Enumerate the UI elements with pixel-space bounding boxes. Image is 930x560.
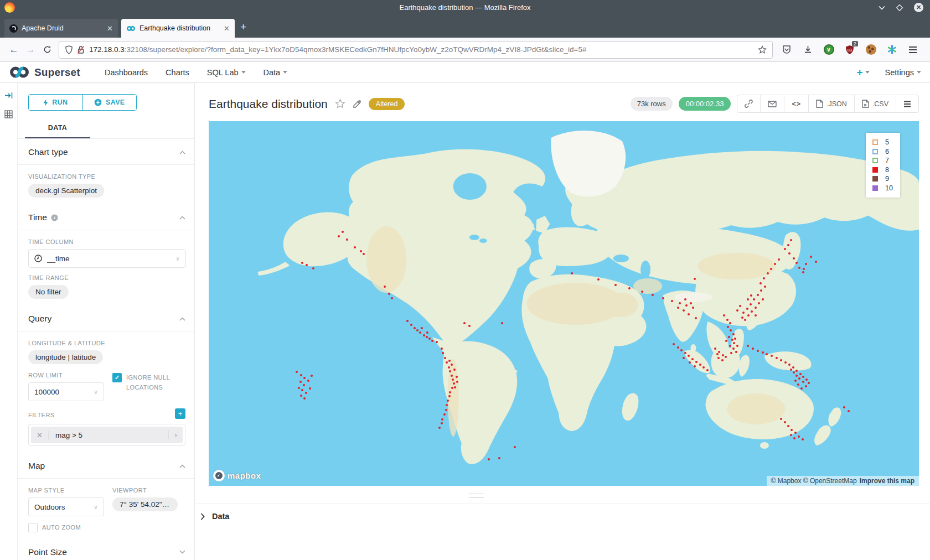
pocket-icon[interactable] xyxy=(781,44,793,56)
embed-code-button[interactable]: <> xyxy=(784,95,808,112)
favorite-star-icon[interactable] xyxy=(335,98,345,109)
export-json-button[interactable]: .JSON xyxy=(808,95,854,112)
nav-item-sql-lab[interactable]: SQL Lab xyxy=(207,68,246,77)
panel-resize-handle[interactable] xyxy=(469,494,484,498)
data-panel-collapsed[interactable]: Data xyxy=(195,504,930,521)
visualization-type-value[interactable]: deck.gl Scatterplot xyxy=(28,184,104,198)
nav-item-data[interactable]: Data xyxy=(264,68,288,77)
legend-item[interactable]: 7 xyxy=(872,156,893,165)
extension-asterisk-icon[interactable] xyxy=(886,44,898,56)
time-range-value[interactable]: No filter xyxy=(28,285,69,299)
bookmark-star-icon[interactable] xyxy=(758,45,767,54)
lonlat-value[interactable]: longitude | latitude xyxy=(28,350,103,364)
cookie-icon[interactable] xyxy=(865,44,877,56)
file-csv-icon xyxy=(862,100,869,108)
filter-value: mag > 5 xyxy=(49,431,168,439)
legend-item[interactable]: 10 xyxy=(872,184,893,193)
row-limit-label: ROW LIMIT xyxy=(28,372,112,378)
section-chart-type[interactable]: Chart type xyxy=(28,139,185,164)
edit-properties-icon[interactable] xyxy=(353,100,361,108)
tab-bar: Apache Druid ✕ Earthquake distribution ✕… xyxy=(0,15,930,38)
auto-zoom-checkbox[interactable] xyxy=(28,523,38,532)
map-legend-items: 5678910 xyxy=(872,138,893,193)
new-tab-button[interactable]: + xyxy=(240,21,246,33)
mapbox-logo-icon xyxy=(213,470,225,481)
window-maximize-icon[interactable] xyxy=(896,4,903,11)
chart-container: Earthquake distribution Altered 73k rows… xyxy=(195,83,930,560)
menu-hamburger-icon[interactable] xyxy=(907,44,919,56)
attribution-text: © Mapbox © OpenStreetMap xyxy=(771,477,857,485)
shield-permissions-icon[interactable] xyxy=(65,45,73,54)
ublock-badge: 2 xyxy=(852,41,858,46)
chevron-down-icon: ∨ xyxy=(94,388,98,396)
section-query[interactable]: Query xyxy=(28,305,185,331)
chevron-down-icon xyxy=(283,71,287,74)
legend-item[interactable]: 9 xyxy=(872,174,893,184)
mapbox-logo[interactable]: mapbox xyxy=(213,470,261,481)
tab-apache-druid[interactable]: Apache Druid ✕ xyxy=(4,19,118,38)
legend-item[interactable]: 6 xyxy=(872,147,893,157)
url-bar[interactable]: 172.18.0.3:32108/superset/explore/?form_… xyxy=(59,41,773,59)
add-filter-button[interactable]: + xyxy=(175,408,185,419)
ignore-null-checkbox[interactable]: ✓ xyxy=(112,373,122,382)
back-button[interactable]: ← xyxy=(6,42,22,58)
auto-zoom-label: AUTO ZOOM xyxy=(42,523,81,533)
remove-filter-icon[interactable]: ✕ xyxy=(31,431,49,439)
map-style-label: MAP STYLE xyxy=(28,487,112,494)
chevron-up-icon xyxy=(179,317,185,321)
add-new-button[interactable]: + xyxy=(856,66,869,79)
run-button[interactable]: RUN xyxy=(29,95,82,110)
tab-close-icon[interactable]: ✕ xyxy=(224,24,230,33)
url-text: 172.18.0.3:32108/superset/explore/?form_… xyxy=(89,45,758,54)
export-csv-button[interactable]: .CSV xyxy=(854,95,896,112)
window-close-icon[interactable]: ✕ xyxy=(914,3,923,12)
chevron-right-icon[interactable]: › xyxy=(168,431,183,439)
viewport-label: VIEWPORT xyxy=(112,487,178,494)
save-button[interactable]: SAVE xyxy=(82,95,137,110)
nav-item-dashboards[interactable]: Dashboards xyxy=(105,68,148,77)
settings-menu[interactable]: Settings xyxy=(885,68,921,77)
lock-insecure-icon[interactable] xyxy=(77,45,85,54)
lonlat-label: LONGITUDE & LATITUDE xyxy=(28,340,185,346)
chart-menu-button[interactable] xyxy=(896,95,918,112)
section-map[interactable]: Map xyxy=(28,453,185,478)
clock-icon xyxy=(34,255,42,262)
expand-panel-icon[interactable] xyxy=(4,92,13,99)
improve-map-link[interactable]: Improve this map xyxy=(860,477,914,485)
dataset-grid-icon[interactable] xyxy=(4,110,13,118)
section-time[interactable]: Time i xyxy=(28,204,185,230)
ignore-null-label: IGNORE NULL LOCATIONS xyxy=(126,373,176,392)
window-title: Earthquake distribution — Mozilla Firefo… xyxy=(400,3,531,12)
copy-link-button[interactable] xyxy=(737,95,760,112)
time-column-label: TIME COLUMN xyxy=(28,238,185,245)
tab-data[interactable]: DATA xyxy=(25,118,90,138)
superset-logo[interactable]: Superset xyxy=(9,66,80,79)
map-style-select[interactable]: Outdoors ∨ xyxy=(28,497,104,516)
window-minimize-icon[interactable] xyxy=(879,6,885,10)
download-icon[interactable] xyxy=(802,44,814,56)
reload-button[interactable] xyxy=(39,42,55,58)
visualization-type-label: VISUALIZATION TYPE xyxy=(28,173,185,180)
plus-circle-icon xyxy=(94,98,102,106)
tab-earthquake-distribution[interactable]: Earthquake distribution ✕ xyxy=(121,19,235,38)
legend-item[interactable]: 8 xyxy=(872,165,893,175)
tab-close-icon[interactable]: ✕ xyxy=(107,24,113,33)
deckgl-map[interactable]: 5678910 mapbox © Mapbox © OpenStreetMap … xyxy=(209,121,919,486)
ublock-origin-icon[interactable]: uB 2 xyxy=(844,44,856,56)
toolbar-extensions: ∨ uB 2 xyxy=(778,44,924,56)
filter-item[interactable]: ✕ mag > 5 › xyxy=(31,427,183,443)
nav-item-charts[interactable]: Charts xyxy=(166,68,189,77)
forward-button[interactable]: → xyxy=(22,42,39,58)
chevron-down-icon: ∨ xyxy=(94,504,98,511)
chart-actions: <> .JSON .CSV xyxy=(737,95,919,113)
row-limit-select[interactable]: 100000 ∨ xyxy=(28,382,104,401)
legend-item[interactable]: 5 xyxy=(872,138,893,147)
druid-favicon-icon xyxy=(9,24,18,33)
viewport-value[interactable]: 7° 35' 54.02" | 31... xyxy=(112,497,178,511)
altered-badge[interactable]: Altered xyxy=(369,98,405,110)
keepassxc-icon[interactable]: ∨ xyxy=(823,44,835,56)
superset-favicon-icon xyxy=(126,25,136,32)
section-point-size[interactable]: Point Size xyxy=(28,535,185,560)
time-column-select[interactable]: __time ∨ xyxy=(28,249,186,268)
email-button[interactable] xyxy=(760,95,784,112)
